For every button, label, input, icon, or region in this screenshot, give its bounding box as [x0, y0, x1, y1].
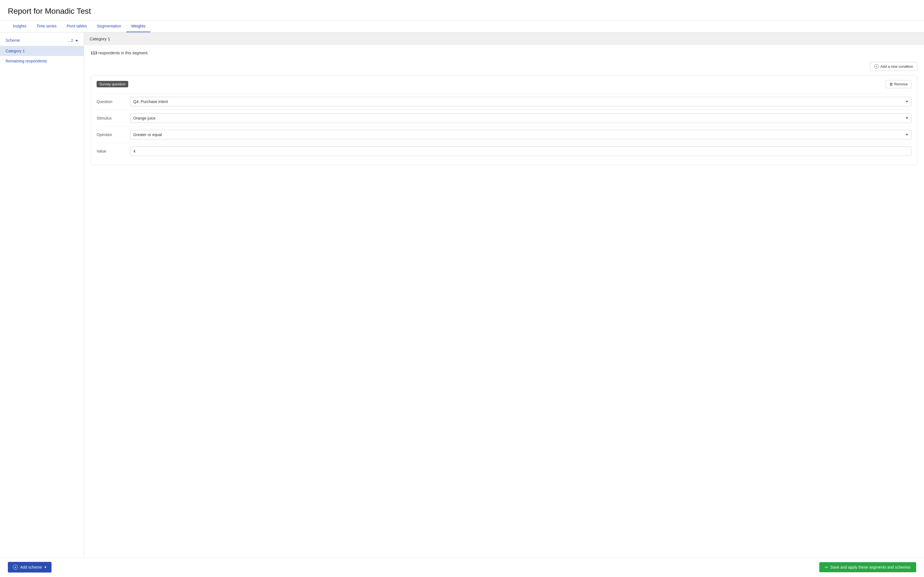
remove-label: Remove — [894, 82, 908, 86]
survey-question-badge: Survey question — [97, 81, 128, 87]
operator-control: Greater or equal Less or equal Equal Gre… — [130, 130, 911, 139]
question-field: Question Q4: Purchase intent Q1: Awarene… — [97, 93, 911, 110]
add-scheme-button[interactable]: + Add scheme — [8, 562, 52, 572]
tab-segmentation[interactable]: Segmentation — [92, 21, 126, 32]
add-condition-label: Add a new condition — [880, 64, 913, 69]
page-header: Report for Monadic Test — [0, 0, 924, 21]
respondents-count: 113 — [91, 51, 97, 55]
circle-plus-icon: + — [13, 565, 18, 570]
question-label: Question — [97, 99, 130, 104]
value-input[interactable] — [130, 147, 911, 156]
tab-weights[interactable]: Weights — [126, 21, 150, 32]
stimulus-label: Stimulus — [97, 116, 130, 120]
scissors-icon: ✂ — [825, 565, 828, 569]
sidebar: Scheme ...2 Category 1 Remaining respond… — [0, 32, 84, 573]
scheme-header: Scheme ...2 — [0, 37, 84, 46]
scheme-label: Scheme — [6, 38, 20, 43]
chevron-up-icon[interactable] — [75, 39, 78, 41]
save-button[interactable]: ✂ Save and apply these segments and sche… — [819, 562, 916, 572]
tab-time-series[interactable]: Time series — [31, 21, 61, 32]
operator-select[interactable]: Greater or equal Less or equal Equal Gre… — [130, 130, 911, 139]
value-control — [130, 147, 911, 156]
stimulus-field: Stimulus Orange juice Apple juice Grape … — [97, 110, 911, 126]
content-body: 113 respondents in this segment. + Add a… — [84, 45, 924, 573]
tabs-bar: Insights Time series Pivot tables Segmen… — [0, 21, 924, 32]
plus-circle-icon: + — [874, 64, 879, 69]
question-select[interactable]: Q4: Purchase intent Q1: Awareness Q2: Pr… — [130, 97, 911, 106]
page-title: Report for Monadic Test — [8, 7, 916, 16]
content-area: Category 1 113 respondents in this segme… — [84, 32, 924, 573]
chevron-down-icon — [44, 567, 47, 568]
add-condition-button[interactable]: + Add a new condition — [870, 62, 917, 71]
value-label: Value — [97, 149, 130, 153]
scheme-count: ...2 — [68, 39, 73, 43]
respondents-text: 113 respondents in this segment. — [91, 51, 917, 55]
add-scheme-label: Add scheme — [20, 565, 42, 569]
stimulus-control: Orange juice Apple juice Grape juice — [130, 113, 911, 123]
remove-button[interactable]: 🗑 Remove — [885, 80, 911, 88]
tab-pivot-tables[interactable]: Pivot tables — [61, 21, 92, 32]
question-control: Q4: Purchase intent Q1: Awareness Q2: Pr… — [130, 97, 911, 106]
value-field: Value — [97, 143, 911, 159]
save-label: Save and apply these segments and scheme… — [830, 565, 911, 569]
sidebar-item-remaining[interactable]: Remaining respondents — [0, 56, 84, 66]
tab-insights[interactable]: Insights — [8, 21, 31, 32]
stimulus-select[interactable]: Orange juice Apple juice Grape juice — [130, 113, 911, 123]
page-footer: + Add scheme ✂ Save and apply these segm… — [0, 557, 924, 573]
respondents-label: respondents in this segment. — [98, 51, 148, 55]
condition-card: Survey question 🗑 Remove Question Q4: Pu… — [91, 75, 917, 165]
operator-field: Operator Greater or equal Less or equal … — [97, 126, 911, 143]
scheme-controls: ...2 — [68, 39, 78, 43]
operator-label: Operator — [97, 132, 130, 137]
sidebar-item-category1[interactable]: Category 1 — [0, 46, 84, 56]
add-condition-row: + Add a new condition — [91, 62, 917, 71]
content-header: Category 1 — [84, 32, 924, 45]
condition-card-header: Survey question 🗑 Remove — [97, 80, 911, 88]
main-layout: Scheme ...2 Category 1 Remaining respond… — [0, 32, 924, 573]
trash-icon: 🗑 — [889, 82, 893, 86]
